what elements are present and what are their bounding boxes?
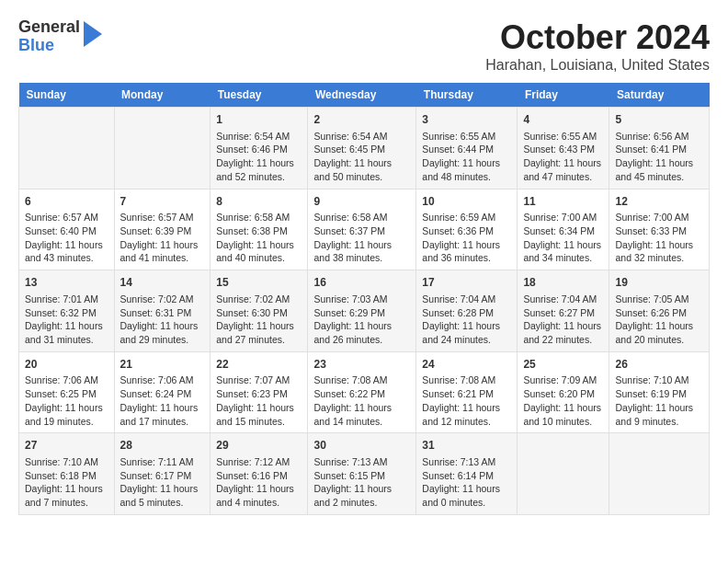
calendar-cell: 9Sunrise: 6:58 AMSunset: 6:37 PMDaylight… (308, 189, 416, 270)
cell-text: Daylight: 11 hours and 5 minutes. (120, 482, 205, 509)
cell-text: Sunset: 6:18 PM (25, 469, 108, 483)
cell-text: Daylight: 11 hours and 17 minutes. (120, 401, 205, 428)
cell-text: Sunrise: 7:01 AM (25, 293, 108, 306)
title-block: October 2024 Harahan, Louisiana, United … (485, 18, 710, 74)
cell-text: Sunrise: 6:58 AM (313, 211, 410, 224)
calendar-cell: 30Sunrise: 7:13 AMSunset: 6:15 PMDayligh… (308, 433, 416, 515)
calendar-cell (518, 433, 609, 515)
cell-text: Daylight: 11 hours and 10 minutes. (523, 401, 603, 428)
calendar-cell: 19Sunrise: 7:05 AMSunset: 6:26 PMDayligh… (609, 270, 710, 352)
cell-text: Sunset: 6:26 PM (615, 306, 703, 320)
day-number: 5 (615, 112, 703, 128)
day-number: 22 (216, 357, 301, 373)
logo-arrow-icon (84, 21, 102, 47)
column-header-sunday: Sunday (19, 83, 115, 108)
cell-text: Daylight: 11 hours and 36 minutes. (422, 238, 511, 265)
day-number: 10 (422, 194, 511, 210)
cell-text: Sunrise: 7:02 AM (216, 293, 301, 306)
column-header-thursday: Thursday (416, 83, 518, 108)
cell-text: Sunset: 6:33 PM (615, 224, 703, 238)
calendar-cell: 6Sunrise: 6:57 AMSunset: 6:40 PMDaylight… (19, 189, 115, 270)
cell-text: Daylight: 11 hours and 2 minutes. (313, 482, 410, 509)
calendar-cell: 26Sunrise: 7:10 AMSunset: 6:19 PMDayligh… (609, 351, 710, 433)
cell-text: Sunrise: 6:57 AM (120, 211, 205, 224)
cell-text: Sunrise: 7:04 AM (422, 293, 511, 306)
calendar-cell: 3Sunrise: 6:55 AMSunset: 6:44 PMDaylight… (416, 108, 518, 190)
calendar-cell: 5Sunrise: 6:56 AMSunset: 6:41 PMDaylight… (609, 108, 710, 190)
cell-text: Sunrise: 7:00 AM (523, 211, 603, 224)
cell-text: Daylight: 11 hours and 0 minutes. (422, 482, 511, 509)
cell-text: Sunrise: 7:03 AM (313, 293, 410, 306)
cell-text: Sunset: 6:19 PM (615, 387, 703, 401)
cell-text: Daylight: 11 hours and 38 minutes. (313, 238, 410, 265)
calendar-cell: 10Sunrise: 6:59 AMSunset: 6:36 PMDayligh… (416, 189, 518, 270)
calendar-cell (114, 108, 210, 190)
day-number: 3 (422, 112, 511, 128)
day-number: 28 (120, 438, 205, 454)
cell-text: Sunset: 6:36 PM (422, 224, 511, 238)
cell-text: Daylight: 11 hours and 41 minutes. (120, 238, 205, 265)
day-number: 1 (216, 112, 301, 128)
cell-text: Sunrise: 7:08 AM (313, 373, 410, 387)
day-number: 14 (120, 275, 205, 291)
cell-text: Sunset: 6:27 PM (523, 306, 603, 320)
cell-text: Daylight: 11 hours and 50 minutes. (313, 156, 410, 183)
calendar-cell: 16Sunrise: 7:03 AMSunset: 6:29 PMDayligh… (308, 270, 416, 352)
cell-text: Sunrise: 7:08 AM (422, 373, 511, 387)
cell-text: Sunset: 6:38 PM (216, 224, 301, 238)
cell-text: Sunrise: 7:13 AM (422, 455, 511, 469)
calendar-cell (19, 108, 115, 190)
cell-text: Daylight: 11 hours and 19 minutes. (25, 401, 108, 428)
logo-blue: Blue (18, 37, 80, 55)
cell-text: Sunset: 6:40 PM (25, 224, 108, 238)
cell-text: Daylight: 11 hours and 7 minutes. (25, 482, 108, 509)
day-number: 8 (216, 194, 301, 210)
day-number: 29 (216, 438, 301, 454)
logo-general: General (18, 18, 80, 37)
cell-text: Sunrise: 6:54 AM (313, 130, 410, 144)
day-number: 26 (615, 357, 703, 373)
calendar-cell: 8Sunrise: 6:58 AMSunset: 6:38 PMDaylight… (210, 189, 308, 270)
calendar-week-2: 6Sunrise: 6:57 AMSunset: 6:40 PMDaylight… (19, 189, 710, 270)
cell-text: Daylight: 11 hours and 29 minutes. (120, 319, 205, 346)
day-number: 15 (216, 275, 301, 291)
calendar-header-row: SundayMondayTuesdayWednesdayThursdayFrid… (19, 83, 710, 108)
cell-text: Sunrise: 7:05 AM (615, 293, 703, 306)
cell-text: Daylight: 11 hours and 22 minutes. (523, 319, 603, 346)
day-number: 2 (313, 112, 410, 128)
cell-text: Sunset: 6:14 PM (422, 469, 511, 483)
day-number: 9 (313, 194, 410, 210)
cell-text: Sunrise: 6:59 AM (422, 211, 511, 224)
cell-text: Sunset: 6:37 PM (313, 224, 410, 238)
cell-text: Sunrise: 7:09 AM (523, 373, 603, 387)
calendar-cell: 29Sunrise: 7:12 AMSunset: 6:16 PMDayligh… (210, 433, 308, 515)
calendar-week-4: 20Sunrise: 7:06 AMSunset: 6:25 PMDayligh… (19, 351, 710, 433)
calendar-cell: 31Sunrise: 7:13 AMSunset: 6:14 PMDayligh… (416, 433, 518, 515)
cell-text: Daylight: 11 hours and 31 minutes. (25, 319, 108, 346)
calendar-cell: 2Sunrise: 6:54 AMSunset: 6:45 PMDaylight… (308, 108, 416, 190)
cell-text: Daylight: 11 hours and 20 minutes. (615, 319, 703, 346)
calendar-cell: 25Sunrise: 7:09 AMSunset: 6:20 PMDayligh… (518, 351, 609, 433)
cell-text: Daylight: 11 hours and 14 minutes. (313, 401, 410, 428)
cell-text: Sunset: 6:29 PM (313, 306, 410, 320)
cell-text: Sunset: 6:32 PM (25, 306, 108, 320)
cell-text: Daylight: 11 hours and 43 minutes. (25, 238, 108, 265)
cell-text: Sunset: 6:41 PM (615, 143, 703, 156)
cell-text: Sunset: 6:20 PM (523, 387, 603, 401)
day-number: 19 (615, 275, 703, 291)
day-number: 6 (25, 194, 108, 210)
cell-text: Sunrise: 7:06 AM (120, 373, 205, 387)
calendar-cell: 1Sunrise: 6:54 AMSunset: 6:46 PMDaylight… (210, 108, 308, 190)
calendar-cell: 23Sunrise: 7:08 AMSunset: 6:22 PMDayligh… (308, 351, 416, 433)
logo-text: General Blue (18, 18, 80, 55)
day-number: 27 (25, 438, 108, 454)
day-number: 12 (615, 194, 703, 210)
cell-text: Sunset: 6:17 PM (120, 469, 205, 483)
calendar-week-1: 1Sunrise: 6:54 AMSunset: 6:46 PMDaylight… (19, 108, 710, 190)
column-header-wednesday: Wednesday (308, 83, 416, 108)
cell-text: Sunrise: 7:00 AM (615, 211, 703, 224)
cell-text: Daylight: 11 hours and 48 minutes. (422, 156, 511, 183)
calendar-week-5: 27Sunrise: 7:10 AMSunset: 6:18 PMDayligh… (19, 433, 710, 515)
cell-text: Sunset: 6:22 PM (313, 387, 410, 401)
cell-text: Daylight: 11 hours and 12 minutes. (422, 401, 511, 428)
